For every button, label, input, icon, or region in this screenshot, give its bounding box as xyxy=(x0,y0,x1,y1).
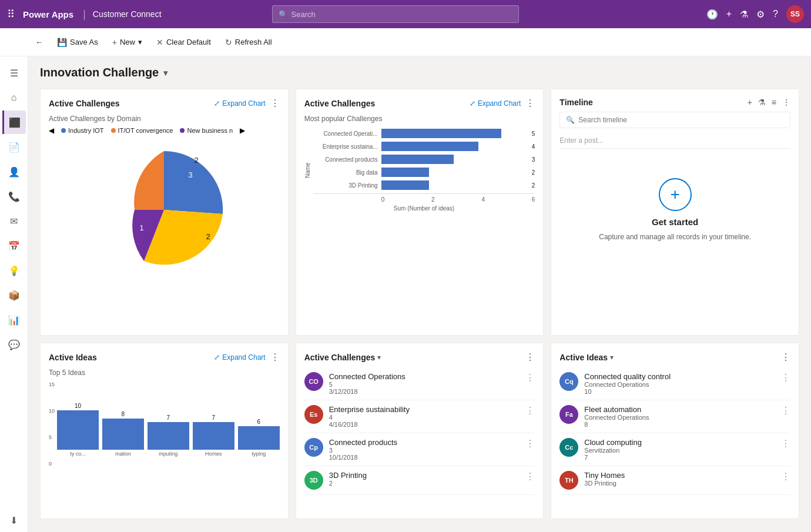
ytick-1: 5 xyxy=(49,434,55,440)
hbar-row-1: Enterprise sustaina... 4 xyxy=(313,142,535,151)
active-challenges-list-card: Active Challenges ▾ ⋮ CO Connected Opera… xyxy=(296,343,544,519)
card6-dropdown-icon[interactable]: ▾ xyxy=(610,353,614,362)
list-item-more-0[interactable]: ⋮ xyxy=(525,372,535,383)
card1-expand-button[interactable]: ⤢ Expand Chart xyxy=(214,99,265,108)
save-as-button[interactable]: 💾 Save As xyxy=(51,35,104,50)
refresh-all-button[interactable]: ↻ Refresh All xyxy=(219,35,278,50)
active-ideas-list-card: Active Ideas ▾ ⋮ Cq Connected quality co… xyxy=(551,343,799,519)
card2-expand-button[interactable]: ⤢ Expand Chart xyxy=(470,99,521,108)
sidebar-item-menu[interactable]: ☰ xyxy=(2,61,26,85)
hbar-val-0: 5 xyxy=(532,131,535,137)
hbar-bar-wrap-1 xyxy=(381,142,526,151)
list-item-title-c3[interactable]: Tiny Homes xyxy=(584,471,775,480)
waffle-icon[interactable]: ⠿ xyxy=(7,8,15,21)
card4-more-button[interactable]: ⋮ xyxy=(270,352,280,363)
sidebar-item-contacts[interactable]: 👤 xyxy=(2,160,26,183)
list-item-title-c1[interactable]: Fleet automation xyxy=(584,405,775,414)
sidebar-item-packages[interactable]: 📦 xyxy=(2,283,26,307)
timeline-add-icon[interactable]: + xyxy=(748,98,752,107)
list-item-more-c0[interactable]: ⋮ xyxy=(781,372,790,383)
filter-icon[interactable]: ⚗ xyxy=(740,9,748,20)
clock-icon[interactable]: 🕐 xyxy=(706,9,718,20)
help-icon[interactable]: ? xyxy=(773,9,778,19)
top-nav: ⠿ Power Apps | Customer Connect 🔍 🕐 + ⚗ … xyxy=(0,0,811,28)
list-item-sub1-c1: Connected Operations xyxy=(584,414,775,421)
user-avatar[interactable]: SS xyxy=(786,5,804,23)
add-icon[interactable]: + xyxy=(726,9,732,19)
list-item-more-c3[interactable]: ⋮ xyxy=(781,471,790,482)
list-item-title-1[interactable]: Enterprise sustainability xyxy=(329,405,520,414)
vbar-val-4: 6 xyxy=(257,419,260,425)
list-item-title-c2[interactable]: Cloud computing xyxy=(584,438,775,447)
list-item-sub1-c0: Connected Operations xyxy=(584,381,775,388)
card4-expand-button[interactable]: ⤢ Expand Chart xyxy=(214,353,265,362)
card1-actions: ⤢ Expand Chart ⋮ xyxy=(214,98,279,109)
list-item-title-0[interactable]: Connected Operations xyxy=(329,372,520,381)
search-timeline-input[interactable] xyxy=(578,116,784,124)
hbar-bar-4 xyxy=(381,180,429,190)
card5-more-button[interactable]: ⋮ xyxy=(525,352,535,363)
search-timeline-bar[interactable]: 🔍 xyxy=(559,112,790,128)
get-started-plus[interactable]: + xyxy=(659,178,692,211)
enter-post[interactable]: Enter a post... xyxy=(559,133,790,149)
list-item-c2: Cc Cloud computing Servitization 7 ⋮ xyxy=(559,433,790,466)
list-avatar-c1: Fa xyxy=(559,405,578,424)
settings-icon[interactable]: ⚙ xyxy=(756,9,765,20)
svg-text:1: 1 xyxy=(140,223,144,232)
sidebar-item-records[interactable]: 📄 xyxy=(2,135,26,159)
legend-it-ot: IT/OT convergence xyxy=(111,127,173,134)
list-item-0: CO Connected Operations 5 3/12/2018 ⋮ xyxy=(304,367,535,400)
timeline-filter-icon[interactable]: ⚗ xyxy=(758,98,766,107)
sidebar-item-reports[interactable]: 📊 xyxy=(2,308,26,332)
card5-title: Active Challenges xyxy=(304,353,376,362)
list-item-more-3[interactable]: ⋮ xyxy=(525,471,535,482)
card4-subtitle: Top 5 Ideas xyxy=(49,369,280,377)
ytick-2: 10 xyxy=(49,408,55,414)
sidebar-item-calls[interactable]: 📞 xyxy=(2,185,26,208)
back-button[interactable]: ← xyxy=(29,35,49,49)
sidebar-item-mail[interactable]: ✉ xyxy=(2,209,26,233)
toolbar: ← 💾 Save As + New ▾ ✕ Clear Default ↻ Re… xyxy=(0,28,811,56)
search-bar[interactable]: 🔍 xyxy=(272,5,519,23)
new-button[interactable]: + New ▾ xyxy=(106,35,148,50)
legend-prev[interactable]: ◀ xyxy=(49,126,54,135)
hbar-val-4: 2 xyxy=(532,182,535,189)
sidebar-item-dashboard[interactable]: ⬛ xyxy=(2,111,26,134)
sidebar-item-chat[interactable]: 💬 xyxy=(2,333,26,356)
clear-default-button[interactable]: ✕ Clear Default xyxy=(150,35,217,50)
sidebar-item-ideas[interactable]: 💡 xyxy=(2,259,26,282)
new-icon: + xyxy=(112,38,117,47)
card2-actions: ⤢ Expand Chart ⋮ xyxy=(470,98,535,109)
page-title-chevron[interactable]: ▾ xyxy=(163,68,167,78)
card6-title: Active Ideas xyxy=(559,353,608,362)
list-item-title-3[interactable]: 3D Printing xyxy=(329,471,520,480)
list-item-content-c3: Tiny Homes 3D Printing xyxy=(584,471,775,487)
list-item-more-c2[interactable]: ⋮ xyxy=(781,438,790,449)
legend-next[interactable]: ▶ xyxy=(240,126,245,135)
sidebar-item-calendar[interactable]: 📅 xyxy=(2,234,26,257)
card1-more-button[interactable]: ⋮ xyxy=(270,98,280,109)
list-item-sub1-1: 4 xyxy=(329,414,520,421)
list-item-more-c1[interactable]: ⋮ xyxy=(781,405,790,416)
list-item-title-2[interactable]: Connected products xyxy=(329,438,520,447)
hbar-row-0: Connected Operati... 5 xyxy=(313,129,535,138)
bottom-grid: Active Ideas ⤢ Expand Chart ⋮ Top 5 Idea… xyxy=(40,343,799,519)
timeline-more-icon[interactable]: ⋮ xyxy=(782,98,790,107)
hbar-label-3: Big data xyxy=(313,169,378,176)
sidebar-item-home[interactable]: ⌂ xyxy=(2,86,26,109)
hbar-bar-wrap-3 xyxy=(381,168,526,177)
vbar-lbl-4: typing xyxy=(252,451,266,457)
ytick-0: 0 xyxy=(49,461,55,467)
search-input[interactable] xyxy=(291,10,512,19)
timeline-columns-icon[interactable]: ≡ xyxy=(772,98,776,107)
list-item-title-c0[interactable]: Connected quality control xyxy=(584,372,775,381)
vbar-lbl-3: Homes xyxy=(205,451,222,457)
card6-more-button[interactable]: ⋮ xyxy=(781,352,790,363)
card5-title-row: Active Challenges ▾ xyxy=(304,353,381,362)
list-item-more-1[interactable]: ⋮ xyxy=(525,405,535,416)
card5-dropdown-icon[interactable]: ▾ xyxy=(377,353,381,362)
sidebar-item-more[interactable]: ⬇ xyxy=(2,508,26,532)
vbar-lbl-2: mputing xyxy=(159,451,177,457)
list-item-more-2[interactable]: ⋮ xyxy=(525,438,535,449)
card2-more-button[interactable]: ⋮ xyxy=(525,98,535,109)
